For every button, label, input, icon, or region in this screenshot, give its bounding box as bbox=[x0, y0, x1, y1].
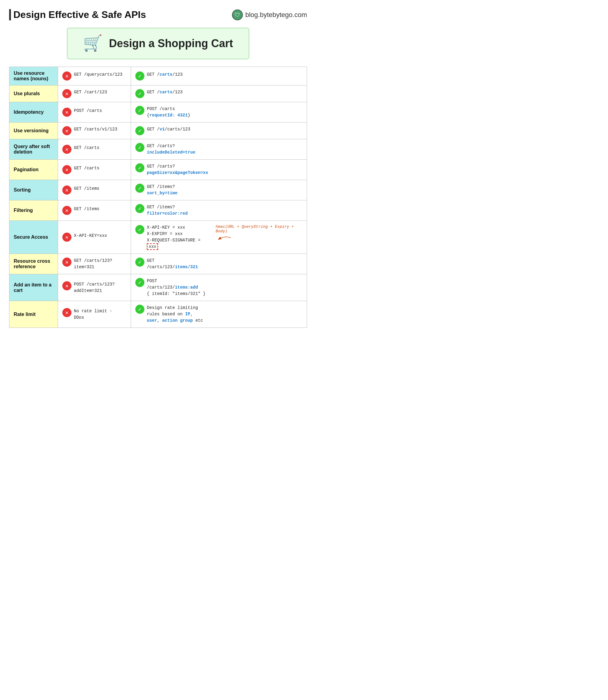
row-bad-secure-access: ✕ X-API-KEY=xxx bbox=[58, 221, 131, 254]
bad-text: GET /carts/v1/123 bbox=[74, 126, 117, 133]
svg-text:🛡: 🛡 bbox=[235, 12, 240, 18]
good-text: GET /carts?pageSize=xx&pageToken=xx bbox=[147, 163, 208, 176]
hero-title: Design a Shopping Cart bbox=[109, 37, 233, 50]
good-text: GET /carts/123 bbox=[147, 89, 183, 95]
check-icon: ✓ bbox=[135, 106, 145, 115]
bad-text: GET /items bbox=[74, 186, 99, 192]
check-icon: ✓ bbox=[135, 204, 145, 213]
table-row: Add an item to a cart ✕ POST /carts/123?… bbox=[10, 274, 307, 301]
x-icon: ✕ bbox=[62, 206, 72, 215]
table-row: Rate limit ✕ No rate limit -DDos ✓ Desig… bbox=[10, 301, 307, 328]
good-text: POST /carts{requestId: 4321} bbox=[147, 106, 190, 119]
good-text: GET /v1/carts/123 bbox=[147, 126, 190, 133]
row-bad-filtering: ✕ GET /items bbox=[58, 201, 131, 221]
x-icon: ✕ bbox=[62, 186, 72, 195]
table-row: Use versioning ✕ GET /carts/v1/123 ✓ GET… bbox=[10, 122, 307, 139]
bad-text: GET /carts bbox=[74, 165, 99, 171]
api-design-table: Use resource names (nouns) ✕ GET /queryc… bbox=[9, 67, 307, 328]
x-icon: ✕ bbox=[62, 308, 72, 317]
bad-text: GET /carts bbox=[74, 145, 99, 151]
check-icon: ✓ bbox=[135, 89, 145, 98]
header: Design Effective & Safe APIs 🛡 blog.byte… bbox=[9, 9, 307, 20]
row-bad-versioning: ✕ GET /carts/v1/123 bbox=[58, 122, 131, 139]
x-icon: ✕ bbox=[62, 108, 72, 117]
good-text: GET /items?filter=color:red bbox=[147, 204, 188, 217]
check-icon: ✓ bbox=[135, 278, 145, 287]
table-row: Use resource names (nouns) ✕ GET /queryc… bbox=[10, 67, 307, 86]
row-label-pagination: Pagination bbox=[10, 159, 58, 180]
row-label-cross-reference: Resource cross reference bbox=[10, 254, 58, 274]
row-bad-sorting: ✕ GET /items bbox=[58, 180, 131, 201]
table-row: Resource cross reference ✕ GET /carts/12… bbox=[10, 254, 307, 274]
row-bad-soft-deletion: ✕ GET /carts bbox=[58, 139, 131, 159]
row-bad-cross-reference: ✕ GET /carts/123?item=321 bbox=[58, 254, 131, 274]
row-bad-rate-limit: ✕ No rate limit -DDos bbox=[58, 301, 131, 328]
row-good-rate-limit: ✓ Design rate limitingrules based on IP,… bbox=[131, 301, 307, 328]
row-label-versioning: Use versioning bbox=[10, 122, 58, 139]
row-label-add-item: Add an item to a cart bbox=[10, 274, 58, 301]
row-label-resource-names: Use resource names (nouns) bbox=[10, 67, 58, 86]
row-bad-add-item: ✕ POST /carts/123?addItem=321 bbox=[58, 274, 131, 301]
brand-text: blog.bytebytego.com bbox=[245, 11, 307, 19]
check-icon: ✓ bbox=[135, 126, 145, 135]
check-icon: ✓ bbox=[135, 72, 145, 80]
hmac-annotation: hmac(URL + QueryString + Expiry + Body) bbox=[215, 224, 303, 241]
table-row: Pagination ✕ GET /carts ✓ GET /carts?pag… bbox=[10, 159, 307, 180]
signature-value: xxx bbox=[147, 243, 158, 250]
row-good-cross-reference: ✓ GET/carts/123/items/321 bbox=[131, 254, 307, 274]
check-icon: ✓ bbox=[135, 184, 145, 193]
bad-text: No rate limit -DDos bbox=[74, 308, 112, 321]
good-text: POST/carts/123/items:add{ itemId: "items… bbox=[147, 278, 206, 297]
row-good-sorting: ✓ GET /items?sort_by=time bbox=[131, 180, 307, 201]
bad-text: GET /cart/123 bbox=[74, 89, 107, 95]
row-good-secure-access: ✓ X-API-KEY = xxx X-EXPIRY = xxx X-REQUE… bbox=[131, 221, 307, 254]
good-text: GET /carts?includeDeleted=true bbox=[147, 143, 195, 156]
row-bad-pagination: ✕ GET /carts bbox=[58, 159, 131, 180]
x-icon: ✕ bbox=[62, 145, 72, 154]
check-icon: ✓ bbox=[135, 305, 145, 314]
x-icon: ✕ bbox=[62, 165, 72, 174]
bad-text: GET /querycarts/123 bbox=[74, 72, 122, 78]
bad-text: POST /carts/123?addItem=321 bbox=[74, 281, 115, 294]
x-icon: ✕ bbox=[62, 281, 72, 290]
x-icon: ✕ bbox=[62, 89, 72, 98]
row-bad-resource-names: ✕ GET /querycarts/123 bbox=[58, 67, 131, 86]
page-title: Design Effective & Safe APIs bbox=[13, 9, 146, 20]
row-bad-plurals: ✕ GET /cart/123 bbox=[58, 86, 131, 102]
row-label-sorting: Sorting bbox=[10, 180, 58, 201]
row-good-pagination: ✓ GET /carts?pageSize=xx&pageToken=xx bbox=[131, 159, 307, 180]
row-good-filtering: ✓ GET /items?filter=color:red bbox=[131, 201, 307, 221]
bad-text: GET /items bbox=[74, 206, 99, 212]
row-label-idempotency: Idempotency bbox=[10, 102, 58, 122]
row-good-resource-names: ✓ GET /carts/123 bbox=[131, 67, 307, 86]
x-icon: ✕ bbox=[62, 126, 72, 135]
x-icon: ✕ bbox=[62, 72, 72, 80]
row-label-plurals: Use plurals bbox=[10, 86, 58, 102]
table-row: Filtering ✕ GET /items ✓ GET /items?filt… bbox=[10, 201, 307, 221]
bad-text: GET /carts/123?item=321 bbox=[74, 258, 112, 270]
row-good-add-item: ✓ POST/carts/123/items:add{ itemId: "ite… bbox=[131, 274, 307, 301]
row-label-filtering: Filtering bbox=[10, 201, 58, 221]
good-text: Design rate limitingrules based on IP,us… bbox=[147, 305, 203, 324]
table-row: Sorting ✕ GET /items ✓ GET /items?sort_b… bbox=[10, 180, 307, 201]
check-icon: ✓ bbox=[135, 258, 145, 267]
good-text: X-API-KEY = xxx X-EXPIRY = xxx X-REQUEST… bbox=[147, 224, 209, 250]
row-good-plurals: ✓ GET /carts/123 bbox=[131, 86, 307, 102]
good-text: GET /carts/123 bbox=[147, 72, 183, 78]
good-text: GET/carts/123/items/321 bbox=[147, 258, 198, 270]
arrow-icon bbox=[215, 235, 234, 241]
row-good-versioning: ✓ GET /v1/carts/123 bbox=[131, 122, 307, 139]
bad-text: POST /carts bbox=[74, 108, 102, 114]
hero-banner: 🛒 Design a Shopping Cart bbox=[67, 28, 249, 59]
row-good-soft-deletion: ✓ GET /carts?includeDeleted=true bbox=[131, 139, 307, 159]
check-icon: ✓ bbox=[135, 163, 145, 172]
hero-cart-emoji: 🛒 bbox=[83, 34, 103, 53]
x-icon: ✕ bbox=[62, 233, 72, 242]
check-icon: ✓ bbox=[135, 225, 145, 234]
check-icon: ✓ bbox=[135, 143, 145, 152]
row-label-rate-limit: Rate limit bbox=[10, 301, 58, 328]
table-row: Use plurals ✕ GET /cart/123 ✓ GET /carts… bbox=[10, 86, 307, 102]
brand-icon: 🛡 bbox=[232, 10, 243, 20]
bad-text: X-API-KEY=xxx bbox=[74, 233, 107, 239]
good-text: GET /items?sort_by=time bbox=[147, 184, 177, 196]
